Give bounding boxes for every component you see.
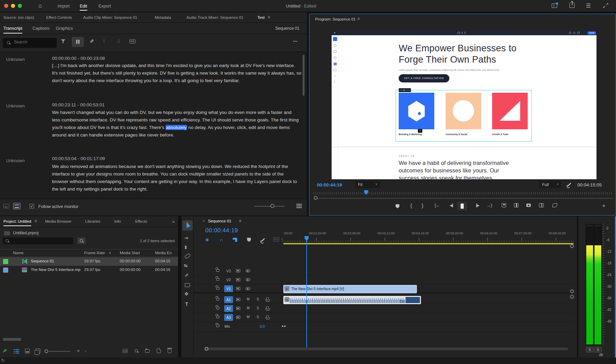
- column-media-end[interactable]: Media En: [155, 251, 172, 255]
- sync-lock-icon[interactable]: [236, 298, 240, 301]
- track-mix[interactable]: Mix 0.0 ▸◂: [194, 322, 574, 332]
- sync-status-icon[interactable]: ↻: [1, 358, 5, 363]
- ripple-edit-tool[interactable]: ⬍: [184, 245, 188, 250]
- list-view-icon[interactable]: [14, 349, 19, 353]
- track-label[interactable]: V2: [224, 276, 233, 283]
- lock-icon[interactable]: [216, 278, 219, 281]
- transcript-scrollbar[interactable]: [303, 55, 305, 96]
- tab-transcript[interactable]: Transcript: [3, 26, 22, 34]
- track-label[interactable]: A3: [224, 314, 233, 321]
- timeline-hscrollbar[interactable]: [205, 348, 568, 350]
- video-clip[interactable]: fx The New Divi 5 Interface.mp4 [V]: [283, 285, 417, 293]
- search-input[interactable]: [3, 38, 57, 48]
- program-scrollbar[interactable]: [313, 198, 613, 199]
- find-icon[interactable]: [135, 349, 138, 352]
- razor-tool[interactable]: [184, 253, 191, 259]
- sort-ascending-icon[interactable]: ∧: [109, 251, 111, 255]
- lock-icon[interactable]: [216, 287, 219, 289]
- solo-button[interactable]: S: [257, 297, 259, 301]
- hand-tool[interactable]: ✥: [184, 291, 189, 296]
- toggle-track-output-icon[interactable]: [246, 269, 250, 272]
- tab-media-browser[interactable]: Media Browser: [45, 219, 72, 223]
- insert-nested-icon[interactable]: ❋: [205, 237, 209, 243]
- track-a3[interactable]: A3 M S: [194, 313, 574, 322]
- traffic-light-close[interactable]: [4, 4, 8, 8]
- lock-icon[interactable]: [216, 316, 219, 318]
- sort-icon[interactable]: ≡: [77, 349, 80, 353]
- button-editor-icon[interactable]: +: [602, 203, 605, 208]
- transcript-more-button[interactable]: •••: [293, 40, 297, 43]
- speaker-label[interactable]: Unknown: [6, 103, 25, 108]
- mark-out-icon[interactable]: }: [422, 203, 423, 208]
- project-hscrollbar[interactable]: [3, 338, 21, 341]
- step-back-icon[interactable]: ◀▏: [450, 204, 455, 207]
- program-settings-wrench-icon[interactable]: [567, 183, 571, 186]
- table-row[interactable]: Sequence 01 29.97 fps 00:00:00:00 00:04:…: [0, 257, 178, 266]
- track-v2[interactable]: V2: [194, 275, 574, 284]
- mute-button[interactable]: M: [247, 297, 249, 301]
- caption-inline-view-icon[interactable]: [13, 203, 21, 209]
- delete-icon[interactable]: [168, 349, 171, 353]
- program-current-timecode[interactable]: 00:00:44:19: [317, 182, 342, 187]
- fullscreen-icon[interactable]: ↗ ↙: [603, 3, 608, 8]
- mark-in-icon[interactable]: {: [410, 203, 412, 208]
- tab-audio-track-mixer[interactable]: Audio Track Mixer: Sequence 01: [187, 15, 243, 20]
- share-icon[interactable]: [569, 3, 575, 8]
- track-label[interactable]: A2: [224, 305, 233, 312]
- tab-audio-clip-mixer[interactable]: Audio Clip Mixer: Sequence 01: [83, 15, 137, 20]
- sync-lock-icon[interactable]: [236, 316, 240, 319]
- voice-record-icon[interactable]: [266, 315, 269, 318]
- workspace-icon[interactable]: [552, 3, 557, 8]
- project-search-input[interactable]: [3, 237, 73, 244]
- track-height-knob[interactable]: [570, 289, 574, 293]
- timeline-tab[interactable]: Sequence 01: [208, 219, 231, 223]
- track-height-knob[interactable]: [570, 295, 574, 299]
- app-menu-icon[interactable]: ☰: [586, 3, 591, 9]
- table-row[interactable]: The New Divi 5 Interface.mp 29.97 fps 00…: [0, 266, 178, 274]
- tab-overflow[interactable]: »: [172, 219, 175, 224]
- column-media-start[interactable]: Media Start: [120, 251, 140, 255]
- program-time-ruler[interactable]: [313, 190, 613, 195]
- sync-lock-icon[interactable]: [236, 287, 240, 290]
- tab-graphics[interactable]: Graphics: [56, 26, 73, 31]
- tab-metadata[interactable]: Metadata: [155, 15, 171, 20]
- close-icon[interactable]: ×: [203, 219, 205, 223]
- program-zoom-select[interactable]: Fit ∨: [355, 181, 380, 188]
- work-area-bar[interactable]: [283, 243, 574, 244]
- multicam-icon[interactable]: [552, 203, 557, 207]
- traffic-light-minimize[interactable]: [11, 4, 15, 8]
- tab-info[interactable]: Info: [114, 219, 121, 223]
- tab-source[interactable]: Source: (no clips): [3, 15, 34, 20]
- sync-lock-icon[interactable]: [236, 307, 240, 310]
- track-v3[interactable]: V3: [194, 266, 574, 275]
- tab-text[interactable]: Text: [257, 15, 265, 20]
- project-panel-menu-icon[interactable]: ≡: [35, 219, 37, 223]
- keyframe-toggle-icon[interactable]: ▸◂: [282, 324, 285, 328]
- extract-icon[interactable]: [514, 203, 518, 207]
- column-name[interactable]: Name: [13, 251, 24, 255]
- edit-transcript-icon[interactable]: ✎: [90, 39, 94, 44]
- text-display-settings-icon[interactable]: [296, 203, 302, 209]
- toggle-track-output-icon[interactable]: [246, 287, 250, 290]
- timeline-add-marker-icon[interactable]: [247, 238, 251, 242]
- mute-button[interactable]: M: [247, 306, 249, 310]
- tab-libraries[interactable]: Libraries: [85, 219, 100, 223]
- project-zoom-slider[interactable]: [49, 351, 70, 352]
- timeline-vscroll-knob[interactable]: [570, 244, 574, 248]
- track-select-tool[interactable]: ⇥: [184, 235, 188, 240]
- menu-edit[interactable]: Edit: [80, 4, 87, 11]
- new-item-icon[interactable]: [157, 348, 161, 353]
- go-to-in-icon[interactable]: {←: [435, 203, 440, 207]
- track-label[interactable]: V3: [224, 268, 233, 274]
- play-stop-button[interactable]: [457, 202, 467, 210]
- comparison-view-icon[interactable]: [539, 203, 544, 207]
- tab-effect-controls[interactable]: Effect Controls: [46, 15, 72, 20]
- track-label[interactable]: V1: [224, 285, 233, 292]
- lift-icon[interactable]: [502, 203, 506, 207]
- track-a2[interactable]: A2 M S: [194, 304, 574, 313]
- solo-left-button[interactable]: S: [586, 347, 593, 352]
- label-color-chip[interactable]: [3, 268, 8, 273]
- solo-right-button[interactable]: S: [594, 347, 602, 352]
- sync-lock-icon[interactable]: [236, 269, 240, 272]
- transcript-search-field[interactable]: [14, 40, 53, 44]
